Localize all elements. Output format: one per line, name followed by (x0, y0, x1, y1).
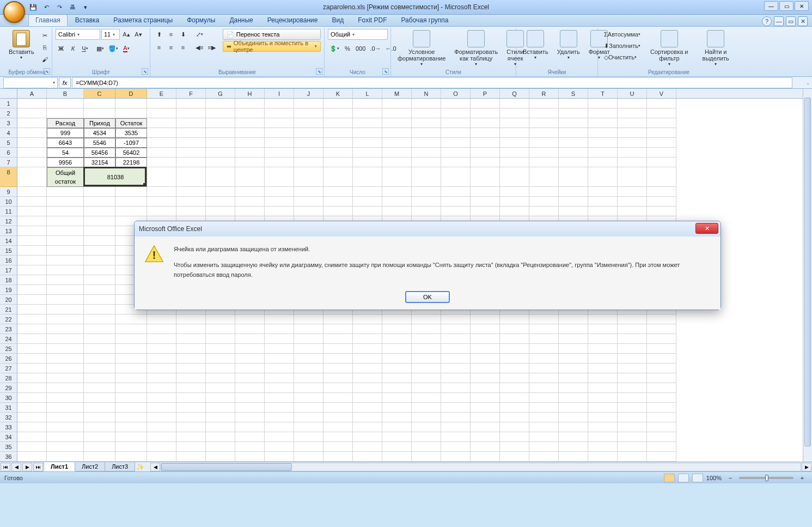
cell-G33[interactable] (206, 422, 235, 432)
cell-G31[interactable] (206, 403, 235, 413)
cell-B24[interactable] (47, 334, 84, 344)
cell-B31[interactable] (47, 403, 84, 413)
cell-J36[interactable] (294, 452, 323, 462)
cell-O33[interactable] (441, 422, 471, 432)
cell-R2[interactable] (529, 108, 559, 118)
cell-C25[interactable] (84, 344, 115, 354)
cell-P27[interactable] (471, 364, 500, 373)
font-name-combo[interactable]: Calibri▾ (56, 29, 100, 40)
cell-F27[interactable] (176, 364, 206, 373)
find-select-button[interactable]: Найти и выделить▾ (695, 29, 736, 68)
cell-T6[interactable] (588, 148, 618, 158)
cell-J5[interactable] (294, 138, 323, 148)
cell-G29[interactable] (206, 383, 235, 393)
cell-A34[interactable] (17, 432, 47, 442)
cell-K2[interactable] (323, 108, 353, 118)
cell-P35[interactable] (471, 442, 500, 452)
cell-U4[interactable] (618, 128, 647, 138)
wrap-text-button[interactable]: 📄Перенос текста (223, 29, 321, 40)
cell-N9[interactable] (412, 187, 441, 197)
cell-E7[interactable] (147, 158, 176, 167)
cell-V9[interactable] (647, 187, 676, 197)
zoom-slider[interactable] (739, 477, 793, 479)
cell-K31[interactable] (323, 403, 353, 413)
conditional-format-button[interactable]: Условное форматирование▾ (394, 29, 449, 68)
cell-F11[interactable] (176, 207, 206, 216)
cell-L1[interactable] (353, 99, 382, 108)
cell-D32[interactable] (115, 413, 147, 422)
cell-O32[interactable] (441, 413, 471, 422)
zoom-out-icon[interactable]: − (725, 473, 736, 483)
cell-U32[interactable] (618, 413, 647, 422)
cell-S2[interactable] (559, 108, 588, 118)
cell-M2[interactable] (382, 108, 412, 118)
row-header-36[interactable]: 36 (0, 452, 17, 462)
cell-C15[interactable] (84, 246, 115, 256)
cell-P33[interactable] (471, 422, 500, 432)
cell-M3[interactable] (382, 118, 412, 128)
cell-B35[interactable] (47, 442, 84, 452)
horizontal-scrollbar[interactable]: ◀ ▶ (150, 463, 812, 471)
cell-J24[interactable] (294, 334, 323, 344)
cell-G27[interactable] (206, 364, 235, 373)
cell-B34[interactable] (47, 432, 84, 442)
cell-H6[interactable] (235, 148, 265, 158)
cell-O7[interactable] (441, 158, 471, 167)
cell-K36[interactable] (323, 452, 353, 462)
cell-J25[interactable] (294, 344, 323, 354)
cell-L7[interactable] (353, 158, 382, 167)
tab-foxit-pdf[interactable]: Foxit PDF (351, 15, 393, 26)
cell-A18[interactable] (17, 275, 47, 285)
cell-L8[interactable] (353, 167, 382, 187)
align-left-icon[interactable]: ≡ (154, 42, 164, 53)
cell-F7[interactable] (176, 158, 206, 167)
underline-icon[interactable]: Ч▾ (80, 43, 90, 54)
cell-C16[interactable] (84, 256, 115, 265)
cell-P3[interactable] (471, 118, 500, 128)
cell-F30[interactable] (176, 393, 206, 403)
cell-Q7[interactable] (500, 158, 529, 167)
column-header-P[interactable]: P (471, 89, 500, 98)
cell-O11[interactable] (441, 207, 471, 216)
cell-S1[interactable] (559, 99, 588, 108)
cell-T36[interactable] (588, 452, 618, 462)
cell-U6[interactable] (618, 148, 647, 158)
cell-R36[interactable] (529, 452, 559, 462)
cell-F4[interactable] (176, 128, 206, 138)
cell-J34[interactable] (294, 432, 323, 442)
row-header-25[interactable]: 25 (0, 344, 17, 354)
cell-L2[interactable] (353, 108, 382, 118)
cell-A6[interactable] (17, 148, 47, 158)
cell-K33[interactable] (323, 422, 353, 432)
cell-K23[interactable] (323, 324, 353, 334)
autosum-button[interactable]: Σ Автосумма ▾ (601, 29, 643, 40)
cell-S28[interactable] (559, 373, 588, 383)
cell-O31[interactable] (441, 403, 471, 413)
column-header-C[interactable]: C (84, 89, 115, 98)
cell-O5[interactable] (441, 138, 471, 148)
cell-K10[interactable] (323, 197, 353, 207)
cell-K34[interactable] (323, 432, 353, 442)
cell-F6[interactable] (176, 148, 206, 158)
fill-button[interactable]: ⬇ Заполнить ▾ (601, 40, 643, 51)
cell-Q26[interactable] (500, 354, 529, 364)
cell-P5[interactable] (471, 138, 500, 148)
cell-Q36[interactable] (500, 452, 529, 462)
row-header-18[interactable]: 18 (0, 275, 17, 285)
cell-C35[interactable] (84, 442, 115, 452)
cell-R28[interactable] (529, 373, 559, 383)
cell-R26[interactable] (529, 354, 559, 364)
tab-рецензирование[interactable]: Рецензирование (261, 15, 325, 26)
cell-K3[interactable] (323, 118, 353, 128)
cell-T22[interactable] (588, 314, 618, 324)
cell-O36[interactable] (441, 452, 471, 462)
cell-M30[interactable] (382, 393, 412, 403)
cell-K6[interactable] (323, 148, 353, 158)
cell-B27[interactable] (47, 364, 84, 373)
cell-K22[interactable] (323, 314, 353, 324)
column-header-K[interactable]: K (323, 89, 353, 98)
cell-T33[interactable] (588, 422, 618, 432)
cell-R5[interactable] (529, 138, 559, 148)
cell-B4[interactable]: 999 (47, 128, 84, 138)
row-header-12[interactable]: 12 (0, 216, 17, 226)
